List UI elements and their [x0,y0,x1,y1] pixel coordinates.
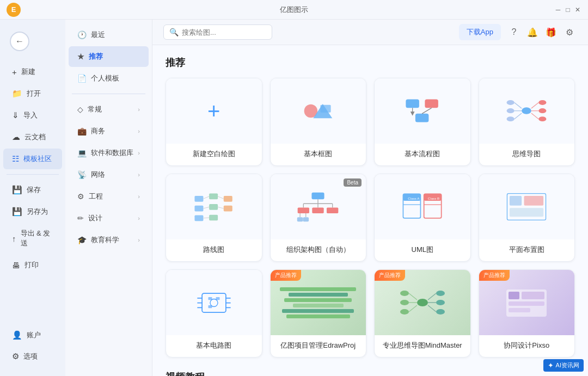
settings-item[interactable]: ⚙ 选项 [3,346,62,367]
business-icon: 💼 [77,127,87,135]
template-label-new-blank: 新建空白绘图 [193,144,235,165]
education-arrow: › [138,237,140,243]
svg-rect-68 [208,305,212,307]
svg-rect-85 [522,292,544,299]
network-nav-item[interactable]: 📡 网络 › [69,164,149,185]
svg-line-82 [428,305,436,312]
engineering-icon: ⚙ [77,192,84,201]
export-icon: ↑ [12,234,16,243]
svg-line-33 [218,207,224,208]
svg-rect-5 [415,114,429,122]
svg-rect-22 [194,206,203,212]
minimize-button[interactable]: ─ [554,6,562,14]
template-card-mind-master[interactable]: 产品推荐 [374,269,471,357]
svg-point-73 [400,309,409,315]
gift-icon[interactable]: 🎁 [543,24,559,40]
cloud-item[interactable]: ☁ 云文档 [3,127,62,147]
account-item[interactable]: 👤 账户 [3,325,62,346]
open-icon: 📁 [12,89,22,98]
svg-rect-57 [524,196,544,206]
template-card-circuit[interactable]: 基本电路图 [166,269,262,357]
svg-rect-3 [406,100,419,108]
svg-rect-21 [194,196,203,202]
account-icon: 👤 [12,330,22,340]
settings-icon: ⚙ [12,352,19,361]
software-label: 软件和数据库 [91,148,133,158]
save-item[interactable]: 💾 保存 [3,180,62,200]
general-arrow: › [138,106,140,113]
svg-rect-56 [510,196,522,206]
svg-point-11 [507,116,514,121]
recommend-nav-item[interactable]: ★ 推荐 [69,46,149,67]
account-label: 账户 [27,330,41,340]
save-label: 保存 [27,185,41,195]
close-button[interactable]: ✕ [574,6,581,14]
svg-rect-67 [208,297,212,300]
recent-label: 最近 [91,30,105,40]
cloud-icon: ☁ [12,132,20,142]
open-item[interactable]: 📁 打开 [3,83,62,104]
template-card-pixso[interactable]: 产品推荐 协同设计Pixso [479,269,575,357]
template-card-mind-map[interactable]: 思维导图 [479,78,575,166]
gear-icon[interactable]: ⚙ [562,24,577,40]
template-label-route-map: 路线图 [203,239,224,261]
template-card-uml[interactable]: Class A Class B UML图 [374,174,471,262]
download-app-button[interactable]: 下载App [459,24,501,40]
template-card-edraw-proj[interactable]: 产品推荐 亿图项目管理EdrawProj [270,269,367,357]
print-item[interactable]: 🖶 打印 [3,255,62,275]
svg-point-72 [400,300,409,305]
import-icon: ⇓ [12,110,19,120]
design-icon: ✏ [77,214,84,223]
back-button[interactable]: ← [10,32,29,51]
bell-icon[interactable]: 🔔 [525,24,540,40]
design-arrow: › [138,215,140,221]
template-label: 模板社区 [23,154,52,164]
search-box[interactable]: 🔍 [163,24,272,40]
svg-rect-34 [312,192,324,199]
search-input[interactable] [182,28,258,36]
template-card-img-basic-frame [271,78,366,144]
recent-nav-item[interactable]: 🕐 最近 [69,24,149,45]
template-card-img-circuit [166,270,262,335]
engineering-nav-item[interactable]: ⚙ 工程 › [69,186,149,207]
svg-text:Class B: Class B [428,196,439,200]
svg-rect-24 [209,194,218,200]
template-card-img-mind-map [479,78,575,144]
template-card-route-map[interactable]: 路线图 [166,174,262,262]
import-item[interactable]: ⇓ 导入 [3,105,62,126]
user-avatar[interactable]: E [7,3,21,17]
new-item[interactable]: + 新建 [3,61,62,82]
save-as-item[interactable]: 💾 另存为 [3,201,62,222]
template-card-org-chart[interactable]: Beta 组织架构图（自动） [270,174,367,262]
svg-rect-45 [297,217,303,221]
beta-badge: Beta [344,178,362,187]
software-nav-item[interactable]: 💻 软件和数据库 › [69,143,149,163]
settings-label: 选项 [23,352,38,361]
video-section-title: 视频教程 [166,371,205,376]
titlebar: E 亿图图示 ─ □ ✕ [0,0,588,20]
content-scroll: 推荐 + 新建空白绘图 [152,45,588,376]
svg-line-30 [203,207,209,208]
svg-point-70 [417,299,428,306]
svg-line-29 [203,196,209,199]
education-label: 教育科学 [91,235,119,245]
template-label-mind-master: 专业思维导图MindMaster [383,335,462,357]
personal-icon: 📄 [77,74,87,83]
template-item[interactable]: ☷ 模板社区 [3,149,62,169]
template-card-basic-frame[interactable]: 基本框图 [270,78,367,166]
template-card-basic-flow[interactable]: 基本流程图 [374,78,471,166]
svg-line-79 [409,305,417,312]
personal-label: 个人模板 [91,73,119,83]
maximize-button[interactable]: □ [564,6,572,14]
personal-nav-item[interactable]: 📄 个人模板 [69,68,149,89]
business-nav-item[interactable]: 💼 商务 › [69,121,149,141]
design-nav-item[interactable]: ✏ 设计 › [69,208,149,229]
question-icon[interactable]: ? [506,24,522,40]
template-card-new-blank[interactable]: + 新建空白绘图 [166,78,262,166]
svg-rect-46 [303,217,309,221]
general-nav-item[interactable]: ◇ 常规 › [69,99,149,120]
template-card-layout[interactable]: 平面布置图 [479,174,575,262]
template-label-mind-map: 思维导图 [512,144,541,165]
export-item[interactable]: ↑ 导出 & 发送 [3,223,62,254]
education-nav-item[interactable]: 🎓 教育科学 › [69,230,149,250]
